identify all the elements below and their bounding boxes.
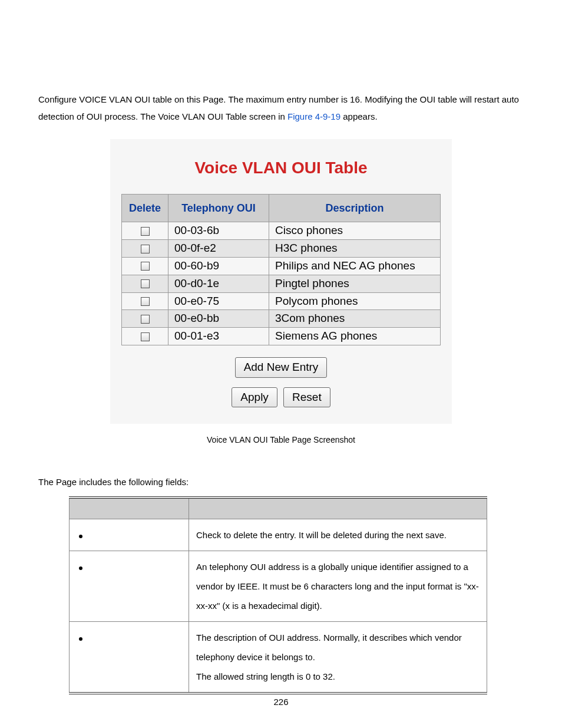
intro-text-before: Configure VOICE VLAN OUI table on this P… bbox=[38, 94, 519, 121]
fields-intro: The Page includes the following fields: bbox=[38, 474, 524, 491]
oui-cell: 00-0f-e2 bbox=[168, 240, 269, 258]
figure-caption: Voice VLAN OUI Table Page Screenshot bbox=[38, 432, 524, 448]
table-row: 00-03-6b Cisco phones bbox=[122, 222, 441, 240]
col-header-oui: Telephony OUI bbox=[168, 195, 269, 222]
button-row-2: Apply Reset bbox=[110, 387, 452, 408]
fields-row: An telephony OUI address is a globally u… bbox=[70, 551, 487, 622]
fields-desc: Check to delete the entry. It will be de… bbox=[189, 519, 487, 551]
table-row: 00-60-b9 Philips and NEC AG phones bbox=[122, 257, 441, 275]
fields-header-object bbox=[70, 498, 189, 519]
fields-row: Check to delete the entry. It will be de… bbox=[70, 519, 487, 551]
bullet-icon bbox=[79, 535, 82, 538]
reset-button[interactable]: Reset bbox=[283, 387, 330, 408]
bullet-icon bbox=[79, 637, 82, 641]
table-row: 00-e0-bb 3Com phones bbox=[122, 310, 441, 328]
figure-link[interactable]: Figure 4-9-19 bbox=[287, 111, 340, 121]
delete-checkbox[interactable] bbox=[141, 297, 150, 306]
page-number: 226 bbox=[0, 694, 562, 711]
desc-cell: Cisco phones bbox=[269, 222, 441, 240]
desc-cell: 3Com phones bbox=[269, 310, 441, 328]
button-row-1: Add New Entry bbox=[110, 357, 452, 378]
fields-desc: An telephony OUI address is a globally u… bbox=[189, 551, 487, 622]
oui-cell: 00-03-6b bbox=[168, 222, 269, 240]
delete-checkbox[interactable] bbox=[141, 279, 150, 288]
add-new-entry-button[interactable]: Add New Entry bbox=[235, 357, 328, 378]
delete-checkbox[interactable] bbox=[141, 315, 150, 324]
panel-title: Voice VLAN OUI Table bbox=[110, 152, 452, 183]
delete-checkbox[interactable] bbox=[141, 332, 150, 341]
oui-cell: 00-e0-75 bbox=[168, 292, 269, 310]
table-row: 00-01-e3 Siemens AG phones bbox=[122, 328, 441, 345]
fields-row: The description of OUI address. Normally… bbox=[70, 622, 487, 694]
intro-paragraph: Configure VOICE VLAN OUI table on this P… bbox=[38, 91, 524, 125]
oui-table: Delete Telephony OUI Description 00-03-6… bbox=[121, 194, 441, 345]
oui-cell: 00-d0-1e bbox=[168, 275, 269, 292]
oui-cell: 00-01-e3 bbox=[168, 328, 269, 345]
bullet-icon bbox=[79, 566, 82, 570]
apply-button[interactable]: Apply bbox=[232, 387, 277, 408]
screenshot-panel: Voice VLAN OUI Table Delete Telephony OU… bbox=[110, 139, 452, 424]
oui-cell: 00-e0-bb bbox=[168, 310, 269, 328]
desc-cell: Philips and NEC AG phones bbox=[269, 257, 441, 275]
col-header-description: Description bbox=[269, 195, 441, 222]
fields-desc: The description of OUI address. Normally… bbox=[189, 622, 487, 694]
oui-cell: 00-60-b9 bbox=[168, 257, 269, 275]
fields-header-description bbox=[189, 498, 487, 519]
table-row: 00-0f-e2 H3C phones bbox=[122, 240, 441, 258]
table-row: 00-d0-1e Pingtel phones bbox=[122, 275, 441, 292]
document-page: Configure VOICE VLAN OUI table on this P… bbox=[0, 0, 562, 728]
table-row: 00-e0-75 Polycom phones bbox=[122, 292, 441, 310]
desc-cell: Pingtel phones bbox=[269, 275, 441, 292]
fields-table: Check to delete the entry. It will be de… bbox=[69, 496, 487, 694]
intro-text-after: appears. bbox=[343, 111, 377, 121]
col-header-delete: Delete bbox=[122, 195, 168, 222]
desc-cell: H3C phones bbox=[269, 240, 441, 258]
desc-cell: Siemens AG phones bbox=[269, 328, 441, 345]
desc-cell: Polycom phones bbox=[269, 292, 441, 310]
delete-checkbox[interactable] bbox=[141, 227, 150, 236]
delete-checkbox[interactable] bbox=[141, 262, 150, 271]
delete-checkbox[interactable] bbox=[141, 245, 150, 253]
